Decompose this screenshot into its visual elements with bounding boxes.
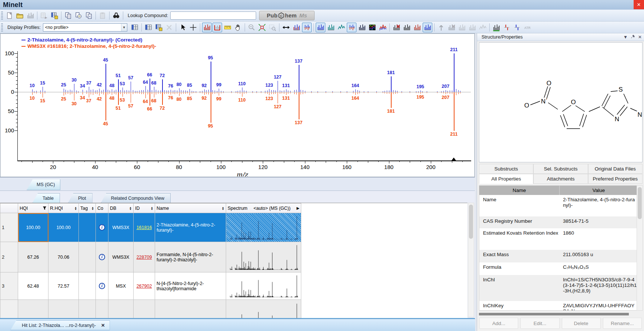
hit-list-close-icon[interactable]: ✕	[101, 322, 105, 328]
name-cell[interactable]: 2-Thiazolamine, 4-(5-nitro-2-furanyl)-	[155, 213, 226, 242]
comment-cell[interactable]: i	[96, 242, 108, 272]
id-cell[interactable]: 161816	[134, 213, 155, 242]
hit-list-scrollbar[interactable]	[468, 203, 474, 317]
remove-peaks-icon[interactable]	[392, 23, 401, 32]
properties-hscrollbar[interactable]	[479, 312, 638, 316]
subtract-spectrum-icon[interactable]	[457, 23, 467, 32]
expand-column-icon[interactable]: ▶	[296, 206, 299, 210]
property-row[interactable]: Formula C₇H₅N₃O₃S	[479, 262, 638, 275]
toolbar-grip[interactable]	[1, 23, 3, 32]
comment-cell[interactable]: i	[96, 272, 108, 300]
pointer-icon[interactable]	[178, 23, 188, 32]
copy-icon[interactable]	[63, 11, 73, 20]
id-link[interactable]: 267902	[137, 284, 152, 289]
window-close-button[interactable]: ✕	[634, 0, 644, 9]
red-spectrum-icon[interactable]	[412, 23, 422, 32]
paste-icon[interactable]	[98, 11, 107, 20]
filter-icon[interactable]	[43, 206, 47, 210]
peak-display-icon[interactable]	[202, 23, 212, 32]
id-link[interactable]: 228709	[137, 255, 152, 260]
add-blue-trace-icon[interactable]	[512, 23, 522, 32]
peak-pick-icon[interactable]	[447, 23, 456, 32]
ruler-icon[interactable]	[223, 23, 232, 32]
properties-scrollbar[interactable]	[637, 185, 643, 311]
manage-profiles-icon[interactable]	[130, 23, 140, 32]
props-tab-preferred-properties[interactable]: Preferred Properties	[588, 174, 643, 184]
average-spectrum-icon[interactable]	[467, 23, 477, 32]
info-icon[interactable]: i	[99, 283, 105, 289]
info-icon[interactable]: i	[99, 224, 105, 231]
zoom-fit-icon[interactable]	[257, 23, 267, 32]
pan-hand-icon[interactable]	[233, 23, 243, 32]
sort-icon[interactable]: ▲▼	[74, 206, 77, 210]
single-spectrum-icon[interactable]	[316, 23, 325, 32]
zoom-out-icon[interactable]	[247, 23, 256, 32]
grid-spectra-icon[interactable]	[336, 23, 346, 32]
rhqi-cell[interactable]: 70.06	[48, 242, 79, 272]
props-tab-sel-substructs[interactable]: Sel. Substructs	[533, 164, 588, 174]
props-tab-original-data-files[interactable]: Original Data Files	[588, 164, 643, 174]
compare-spectra-icon[interactable]	[292, 23, 301, 32]
comment-cell[interactable]: i	[96, 213, 108, 242]
tag-cell[interactable]	[79, 300, 96, 318]
send-to-database-icon[interactable]	[39, 11, 49, 20]
head-to-tail-icon[interactable]	[347, 23, 356, 32]
save-to-database-icon[interactable]	[50, 11, 59, 20]
column-header-label[interactable]: Name	[157, 206, 169, 211]
sort-icon[interactable]: ▲▼	[91, 206, 94, 210]
column-header-label[interactable]: Spectrum	[228, 206, 248, 211]
tag-cell[interactable]	[79, 242, 96, 272]
smooth-spectrum-icon[interactable]	[478, 23, 487, 32]
info-icon[interactable]: i	[99, 254, 105, 260]
dark-spectrum-icon[interactable]	[402, 23, 412, 32]
property-row[interactable]: InChI InChI=1S/C7H5N3O3S/c8-7-9-4(3-14-7…	[479, 275, 638, 301]
props-tab-substructs[interactable]: Substructs	[479, 164, 533, 174]
blue-spectrum-icon[interactable]	[423, 23, 432, 32]
id-cell[interactable]: 172003	[134, 300, 155, 318]
rhqi-cell[interactable]: 100.00	[48, 213, 79, 242]
copy-spectrum-icon[interactable]	[74, 11, 83, 20]
column-header-label[interactable]: HQI	[20, 206, 28, 211]
id-cell[interactable]: 228709	[134, 242, 155, 272]
overlay-spectra-icon[interactable]	[302, 23, 312, 32]
open-file-icon[interactable]	[15, 11, 25, 20]
mass-spectrum-plot[interactable]: 2-Thiazolamine, 4-(5-nitro-2-furanyl)- (…	[1, 34, 474, 176]
heatmap-icon[interactable]	[368, 23, 377, 32]
column-header-label[interactable]: Tag	[80, 206, 88, 211]
hqi-cell[interactable]: 100.00	[18, 213, 48, 242]
add-button[interactable]: Add...	[479, 318, 518, 329]
chevron-down-icon[interactable]: ▼	[623, 34, 628, 40]
spectrum-cell[interactable]	[226, 300, 301, 318]
hit-list-row-4[interactable]: 4 56.43 57.71 i MSX 172003 Imidazo[2,1-b…	[0, 300, 301, 318]
tab-ms-gc[interactable]: MS (GC)	[27, 179, 60, 190]
delete-button[interactable]: Delete	[562, 318, 601, 329]
hqi-cell[interactable]: 62.48	[18, 272, 48, 300]
column-header-label[interactable]: ID	[135, 206, 140, 211]
spectrum-cell[interactable]	[226, 272, 301, 300]
sort-icon[interactable]: ▲▼	[129, 206, 132, 210]
property-row[interactable]: Name 2-Thiazolamine, 4-(5-nitro-2-furany…	[479, 195, 638, 216]
baseline-correct-icon[interactable]	[492, 23, 501, 32]
comment-cell[interactable]: i	[96, 300, 108, 318]
atr-correction-icon[interactable]: ATR	[523, 23, 532, 32]
hqi-cell[interactable]: 56.43	[18, 300, 48, 318]
name-cell[interactable]: Formamide, N-[4-(5-nitro-2-furanyl)-2-th…	[155, 242, 226, 272]
db-cell[interactable]: WMS3X	[108, 242, 134, 272]
rename-button[interactable]: Rename...	[603, 318, 642, 329]
tag-cell[interactable]	[79, 272, 96, 300]
hit-list-tab-related-compounds-view[interactable]: Related Compounds View	[101, 193, 171, 203]
multi-trace-icon[interactable]	[378, 23, 388, 32]
id-link[interactable]: 161816	[137, 225, 152, 230]
name-column-header[interactable]: Name	[479, 186, 560, 195]
bold-spectrum-icon[interactable]	[357, 23, 367, 32]
name-cell[interactable]: N-[4-(5-Nitro-2-furyl)-2-thiazolyl]forma…	[155, 272, 226, 300]
props-tab-attachments[interactable]: Attachments	[533, 174, 588, 184]
table-view-icon[interactable]	[144, 23, 153, 32]
rhqi-cell[interactable]: 57.71	[48, 300, 79, 318]
structure-drawing[interactable]: O O N O S N NH2	[479, 42, 643, 162]
spectrum-cell[interactable]	[226, 242, 301, 272]
property-row[interactable]: Exact Mass 211.005163 u	[479, 250, 638, 262]
chevron-down-icon[interactable]: ▼	[121, 24, 127, 31]
column-header-label[interactable]: Co	[97, 206, 103, 211]
sort-icon[interactable]: ▲▼	[222, 206, 224, 210]
